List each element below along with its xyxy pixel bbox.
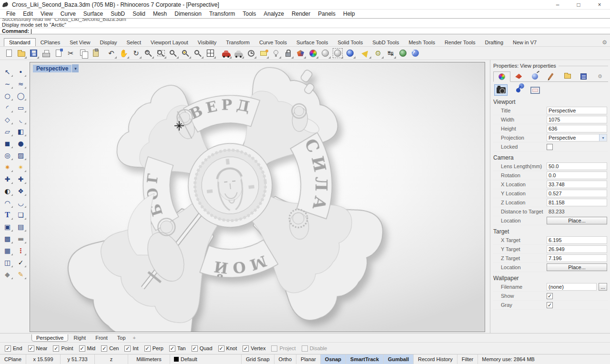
osnap-point[interactable]: ✓Point (53, 345, 73, 352)
osnap-int[interactable]: ✓Int (124, 345, 138, 352)
project-checkbox[interactable] (271, 345, 277, 352)
toolbar-tab-set-view[interactable]: Set View (65, 39, 95, 46)
menu-curve[interactable]: Curve (57, 10, 79, 18)
rectangle-button[interactable]: ▭ (14, 101, 27, 113)
toolbar-tab-viewport-layout[interactable]: Viewport Layout (146, 39, 193, 46)
array-button[interactable]: ▦ (1, 244, 14, 256)
filename-field[interactable]: (none) (547, 283, 597, 291)
menu-panels[interactable]: Panels (315, 10, 339, 18)
menu-solid[interactable]: Solid (129, 10, 149, 18)
curve-button[interactable]: ∼ (1, 78, 14, 90)
handlebar-editor-button[interactable]: ◡ (14, 197, 27, 209)
blend-curve-button[interactable]: ◟ (14, 113, 27, 125)
subtab-viewport-camera[interactable] (494, 84, 508, 96)
rotate-view-button[interactable]: ↻ (130, 47, 142, 59)
osnap-vertex[interactable]: ✓Vertex (243, 345, 265, 352)
viewport-height-field[interactable]: 636 (547, 125, 607, 132)
command-input[interactable]: Command: (0, 28, 610, 34)
osnap-mid[interactable]: ✓Mid (79, 345, 96, 352)
named-cplane-button[interactable] (257, 47, 269, 59)
tab-properties[interactable] (493, 71, 510, 82)
osnap-perp[interactable]: ✓Perp (144, 345, 163, 352)
toggle-osnap[interactable]: Osnap (321, 354, 346, 364)
perp-checkbox[interactable]: ✓ (144, 345, 151, 352)
subtab-viewport-screen[interactable] (529, 84, 542, 96)
toolbar-tab-subd-tools[interactable]: SubD Tools (367, 39, 404, 46)
locked-checkbox[interactable] (547, 144, 553, 150)
chevron-down-icon[interactable]: ▾ (599, 134, 607, 141)
vertex-checkbox[interactable]: ✓ (243, 345, 249, 352)
cen-checkbox[interactable]: ✓ (101, 345, 107, 352)
print-button[interactable] (40, 47, 52, 59)
tab-libraries[interactable] (559, 71, 576, 81)
menu-view[interactable]: View (37, 10, 56, 18)
toolbar-gear-icon[interactable]: ⚙ (602, 39, 607, 46)
menu-subd[interactable]: SubD (107, 10, 128, 18)
new-viewport-tab-icon[interactable]: + (133, 335, 136, 341)
paste-button[interactable] (90, 47, 102, 59)
zoom-dynamic-button[interactable] (142, 47, 154, 59)
perspective-viewport[interactable]: Perspective ▾ ТВЕРДЬ (30, 62, 485, 332)
zoom-extents-button[interactable] (167, 47, 179, 59)
y-target-field[interactable]: 26.949 (547, 245, 607, 253)
toggle-planar[interactable]: Planar (296, 354, 321, 364)
light-button[interactable] (270, 47, 282, 59)
polygon-button[interactable]: ◇ (1, 113, 14, 125)
check-button[interactable]: ✓ (14, 256, 27, 268)
render-preview-button[interactable] (233, 47, 244, 59)
tab-help[interactable] (543, 71, 559, 81)
disable-checkbox[interactable] (302, 345, 308, 352)
menu-render[interactable]: Render (288, 10, 314, 18)
toolbar-tab-solid-tools[interactable]: Solid Tools (333, 39, 367, 46)
pan-button[interactable]: ✋ (118, 47, 130, 59)
projection-select[interactable]: Perspective▾ (547, 134, 607, 142)
toolbar-tab-new-in-v7[interactable]: New in V7 (508, 39, 541, 46)
viewport-tab-top[interactable]: Top (113, 334, 130, 341)
mesh-button[interactable]: ◆ (1, 268, 14, 280)
osnap-disable[interactable]: Disable (302, 345, 327, 352)
quad-checkbox[interactable]: ✓ (192, 345, 198, 352)
osnap-quad[interactable]: ✓Quad (192, 345, 213, 352)
browse-button[interactable]: ... (599, 283, 607, 291)
dimension-button[interactable]: ↹ (385, 47, 396, 59)
toolbar-tab-surface-tools[interactable]: Surface Tools (292, 39, 333, 46)
toggle-grid-snap[interactable]: Grid Snap (242, 354, 274, 364)
toolbar-tab-render-tools[interactable]: Render Tools (440, 39, 480, 46)
zoom-window-button[interactable] (155, 47, 167, 59)
shaded-display-button[interactable] (319, 47, 331, 59)
menu-dimension[interactable]: Dimension (171, 10, 205, 18)
tab-notes[interactable] (576, 71, 592, 81)
toolbar-tab-select[interactable]: Select (122, 39, 146, 46)
point-checkbox[interactable]: ✓ (53, 345, 59, 352)
z-target-field[interactable]: 7.196 (547, 254, 607, 262)
boolean-difference-button[interactable]: ❖ (14, 185, 27, 197)
select-arrow-button[interactable]: ↖ (1, 66, 14, 78)
sketch-button[interactable]: ✎ (14, 268, 27, 280)
render-button[interactable] (220, 47, 232, 59)
status-cplane[interactable]: CPlane (0, 354, 26, 364)
int-checkbox[interactable]: ✓ (124, 345, 131, 352)
x-location-field[interactable]: 33.748 (547, 181, 607, 188)
arc-button[interactable]: ◜ (1, 101, 14, 113)
menu-surface[interactable]: Surface (80, 10, 106, 18)
toggle-gumball[interactable]: Gumball (384, 354, 414, 364)
osnap-tan[interactable]: ✓Tan (169, 345, 186, 352)
near-checkbox[interactable]: ✓ (28, 345, 34, 352)
osnap-near[interactable]: ✓Near (28, 345, 48, 352)
rotation-field[interactable]: 0.0 (547, 172, 607, 179)
viewport-tab-right[interactable]: Right (69, 334, 90, 341)
osnap-cen[interactable]: ✓Cen (101, 345, 119, 352)
boolean-union-button[interactable]: ◐ (1, 185, 14, 197)
viewport-tab-front[interactable]: Front (91, 334, 112, 341)
cut-button[interactable]: ✂ (65, 47, 77, 59)
menu-file[interactable]: File (3, 10, 19, 18)
sphere-button[interactable]: ● (14, 137, 27, 149)
rendered-display-button[interactable] (344, 47, 356, 59)
toggle-smarttrack[interactable]: SmartTrack (346, 354, 384, 364)
open-file-button[interactable] (15, 47, 27, 59)
interpolate-curve-button[interactable]: ≈ (14, 78, 27, 90)
tab-display[interactable] (527, 71, 543, 81)
toolbar-tab-standard[interactable]: Standard (4, 38, 36, 46)
toolbar-tab-curve-tools[interactable]: Curve Tools (254, 39, 292, 46)
torus-button[interactable]: ◎ (1, 149, 14, 161)
